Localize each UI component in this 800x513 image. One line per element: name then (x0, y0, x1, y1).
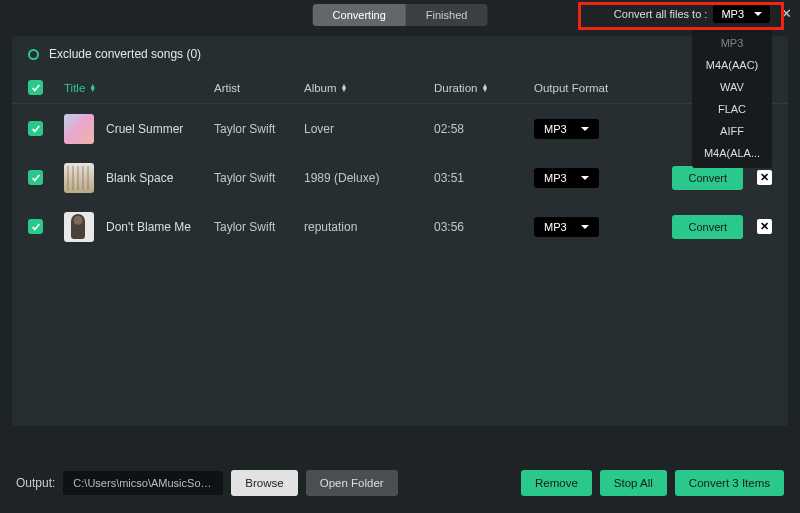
dropdown-item[interactable]: WAV (692, 76, 772, 98)
song-title: Cruel Summer (106, 122, 183, 136)
row-checkbox[interactable] (28, 121, 43, 136)
dropdown-item[interactable]: M4A(ALA... (692, 142, 772, 164)
songs-panel: Exclude converted songs (0) Search Title… (12, 36, 788, 426)
song-artist: Taylor Swift (214, 122, 304, 136)
stop-all-button[interactable]: Stop All (600, 470, 667, 496)
convert-all-select[interactable]: MP3 (713, 5, 770, 23)
output-label: Output: (16, 476, 55, 490)
row-format-value: MP3 (544, 221, 567, 233)
dropdown-item[interactable]: M4A(AAC) (692, 54, 772, 76)
tab-finished[interactable]: Finished (406, 4, 488, 26)
format-dropdown: MP3M4A(AAC)WAVFLACAIFFM4A(ALA... (692, 28, 772, 168)
album-art (64, 163, 94, 193)
song-album: reputation (304, 220, 434, 234)
table-row: Cruel Summer Taylor Swift Lover 02:58 MP… (12, 104, 788, 153)
top-tabs: Converting Finished (313, 4, 488, 26)
row-format-select[interactable]: MP3 (534, 217, 599, 237)
table-header: Title▲▼ Artist Album▲▼ Duration▲▼ Output… (12, 72, 788, 104)
dropdown-item[interactable]: AIFF (692, 120, 772, 142)
song-album: 1989 (Deluxe) (304, 171, 434, 185)
song-duration: 02:58 (434, 122, 534, 136)
chevron-down-icon (581, 176, 589, 180)
select-all-checkbox[interactable] (28, 80, 43, 95)
sort-icon: ▲▼ (341, 84, 348, 92)
remove-row-button[interactable]: ✕ (757, 219, 772, 234)
album-art (64, 212, 94, 242)
tab-converting[interactable]: Converting (313, 4, 406, 26)
convert-button[interactable]: Convert (672, 166, 743, 190)
col-duration[interactable]: Duration▲▼ (434, 82, 534, 94)
col-album[interactable]: Album▲▼ (304, 82, 434, 94)
remove-row-button[interactable]: ✕ (757, 170, 772, 185)
table-body: Cruel Summer Taylor Swift Lover 02:58 MP… (12, 104, 788, 251)
table-row: Blank Space Taylor Swift 1989 (Deluxe) 0… (12, 153, 788, 202)
song-duration: 03:51 (434, 171, 534, 185)
convert-all-value: MP3 (721, 8, 744, 20)
convert-all-wrap: Convert all files to : MP3 (614, 5, 770, 23)
output-path[interactable]: C:\Users\micso\AMusicSoft\... (63, 471, 223, 495)
row-checkbox[interactable] (28, 170, 43, 185)
row-format-select[interactable]: MP3 (534, 168, 599, 188)
sort-icon: ▲▼ (89, 84, 96, 92)
song-duration: 03:56 (434, 220, 534, 234)
table-row: Don't Blame Me Taylor Swift reputation 0… (12, 202, 788, 251)
row-format-value: MP3 (544, 172, 567, 184)
exclude-toggle-icon[interactable] (28, 49, 39, 60)
chevron-down-icon (581, 225, 589, 229)
row-format-select[interactable]: MP3 (534, 119, 599, 139)
col-title[interactable]: Title▲▼ (64, 82, 214, 94)
open-folder-button[interactable]: Open Folder (306, 470, 398, 496)
sort-icon: ▲▼ (481, 84, 488, 92)
remove-button[interactable]: Remove (521, 470, 592, 496)
song-album: Lover (304, 122, 434, 136)
album-art (64, 114, 94, 144)
exclude-label[interactable]: Exclude converted songs (0) (49, 47, 201, 61)
dropdown-item[interactable]: MP3 (692, 32, 772, 54)
footer: Output: C:\Users\micso\AMusicSoft\... Br… (0, 453, 800, 513)
chevron-down-icon (754, 12, 762, 16)
row-checkbox[interactable] (28, 219, 43, 234)
song-artist: Taylor Swift (214, 220, 304, 234)
col-artist: Artist (214, 82, 304, 94)
browse-button[interactable]: Browse (231, 470, 297, 496)
row-format-value: MP3 (544, 123, 567, 135)
dropdown-item[interactable]: FLAC (692, 98, 772, 120)
song-artist: Taylor Swift (214, 171, 304, 185)
chevron-down-icon (581, 127, 589, 131)
convert-all-label: Convert all files to : (614, 8, 708, 20)
convert-button[interactable]: Convert (672, 215, 743, 239)
close-icon[interactable]: ✕ (781, 6, 792, 21)
convert-items-button[interactable]: Convert 3 Items (675, 470, 784, 496)
song-title: Don't Blame Me (106, 220, 191, 234)
song-title: Blank Space (106, 171, 173, 185)
